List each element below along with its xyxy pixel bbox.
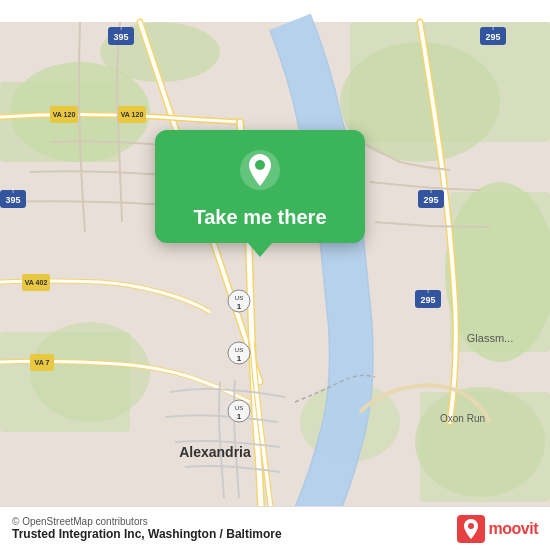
svg-text:US: US [235, 347, 243, 353]
svg-point-51 [468, 523, 474, 529]
svg-rect-7 [450, 192, 550, 352]
moovit-brand-text: moovit [489, 520, 538, 538]
map-background: 395 I 295 I 295 I VA 120 VA 120 US 1 US … [0, 0, 550, 550]
svg-text:US: US [235, 295, 243, 301]
company-name: Trusted Integration Inc, Washington / Ba… [12, 527, 282, 541]
svg-text:Alexandria: Alexandria [179, 444, 251, 460]
svg-text:395: 395 [5, 195, 20, 205]
svg-text:295: 295 [420, 295, 435, 305]
attribution-section: © OpenStreetMap contributors Trusted Int… [12, 516, 282, 541]
svg-text:VA 120: VA 120 [53, 111, 76, 118]
svg-rect-5 [350, 22, 550, 142]
svg-text:295: 295 [423, 195, 438, 205]
svg-rect-12 [420, 392, 550, 502]
svg-text:395: 395 [113, 32, 128, 42]
moovit-logo-icon [457, 515, 485, 543]
svg-text:1: 1 [237, 354, 242, 363]
svg-text:VA 7: VA 7 [35, 359, 50, 366]
bottom-bar: © OpenStreetMap contributors Trusted Int… [0, 506, 550, 550]
svg-text:VA 402: VA 402 [25, 279, 48, 286]
moovit-logo[interactable]: moovit [457, 515, 538, 543]
svg-point-49 [255, 160, 265, 170]
take-me-there-button[interactable]: Take me there [193, 206, 326, 229]
svg-rect-9 [0, 332, 130, 432]
svg-text:Glassm...: Glassm... [467, 332, 513, 344]
popup-card[interactable]: Take me there [155, 130, 365, 243]
svg-text:295: 295 [485, 32, 500, 42]
svg-text:Oxon Run: Oxon Run [440, 413, 485, 424]
svg-text:1: 1 [237, 412, 242, 421]
popup-pin-container [238, 148, 282, 206]
svg-text:1: 1 [237, 302, 242, 311]
location-pin-icon [238, 148, 282, 192]
svg-text:VA 120: VA 120 [121, 111, 144, 118]
copyright-text: © OpenStreetMap contributors [12, 516, 282, 527]
map-container: 395 I 295 I 295 I VA 120 VA 120 US 1 US … [0, 0, 550, 550]
svg-text:US: US [235, 405, 243, 411]
